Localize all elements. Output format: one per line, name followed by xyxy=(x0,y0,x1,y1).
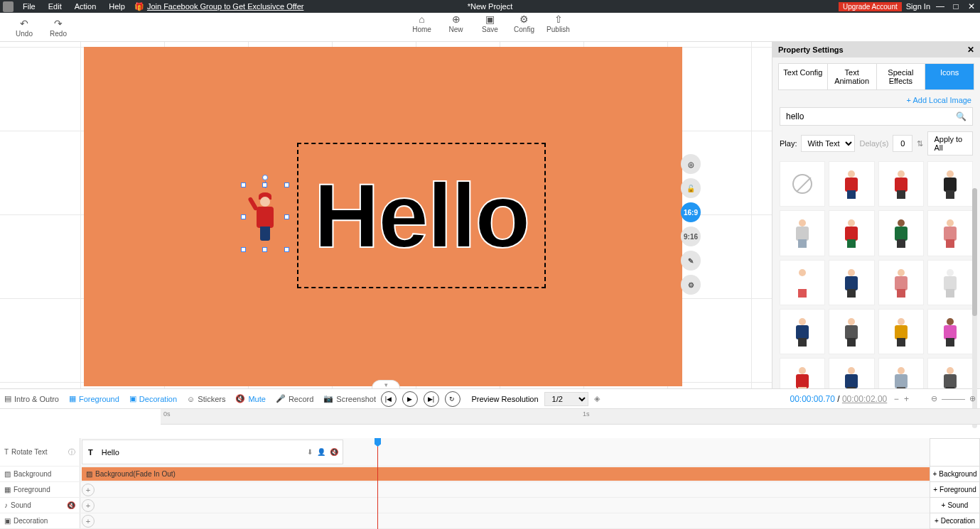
resize-handle-e[interactable] xyxy=(284,214,289,219)
icon-option-14[interactable] xyxy=(878,309,924,354)
minimize-icon[interactable]: — xyxy=(935,1,946,11)
layers-icon[interactable]: ◈ xyxy=(594,394,600,403)
decoration-button[interactable]: ▣Decoration xyxy=(129,394,177,403)
upgrade-button[interactable]: Upgrade Account xyxy=(839,2,902,11)
publish-button[interactable]: ⇧Publish xyxy=(542,13,576,33)
icon-option-12[interactable] xyxy=(780,309,825,354)
fb-offer-link[interactable]: Join Facebook Group to Get Exclusivce Of… xyxy=(147,2,304,11)
icon-option-6[interactable] xyxy=(878,210,924,256)
delay-input[interactable] xyxy=(893,135,912,152)
settings-tool[interactable]: ⚙ xyxy=(681,275,701,295)
menu-help[interactable]: Help xyxy=(102,2,131,11)
resize-handle-ne[interactable] xyxy=(284,182,289,187)
ratio-16-9-button[interactable]: 16:9 xyxy=(681,202,701,222)
skip-start-button[interactable]: |◀ xyxy=(380,391,396,407)
tab-icons[interactable]: Icons xyxy=(925,64,974,89)
edit-tool[interactable]: ✎ xyxy=(681,251,701,271)
icon-option-10[interactable] xyxy=(878,260,924,305)
sound-mute-icon[interactable]: 🔇 xyxy=(67,501,75,509)
icon-option-13[interactable] xyxy=(829,309,874,354)
track-lane-background[interactable]: ▨Background(Fade In Out) xyxy=(80,467,980,481)
icon-option-9[interactable] xyxy=(829,260,874,305)
tab-text-animation[interactable]: Text Animation xyxy=(828,64,877,89)
icon-option-4[interactable] xyxy=(780,210,825,256)
zoom-in-icon[interactable]: ⊕ xyxy=(969,394,976,403)
menu-edit[interactable]: Edit xyxy=(42,2,68,11)
delay-stepper[interactable]: ⇅ xyxy=(917,139,923,148)
icon-option-5[interactable] xyxy=(829,210,874,256)
preview-res-select[interactable]: 1/2 xyxy=(544,392,588,406)
add-decoration-track[interactable]: + Decoration xyxy=(930,513,980,529)
mute-button[interactable]: 🔇Mute xyxy=(235,394,265,403)
loop-button[interactable]: ↻ xyxy=(444,391,460,407)
new-button[interactable]: ⊕New xyxy=(439,13,473,33)
target-tool[interactable]: ◎ xyxy=(681,154,701,174)
intro-outro-button[interactable]: ▤Intro & Outro xyxy=(4,394,59,403)
canvas-stage[interactable]: Hello xyxy=(84,47,682,386)
menu-action[interactable]: Action xyxy=(68,2,103,11)
time-plus[interactable]: + xyxy=(904,394,909,404)
track-lane-text[interactable]: T Hello ⬇👤🔇 xyxy=(80,438,980,466)
clip-download-icon[interactable]: ⬇ xyxy=(307,448,313,456)
zoom-out-icon[interactable]: ⊖ xyxy=(931,394,937,403)
icon-option-8[interactable] xyxy=(780,260,825,305)
info-icon[interactable]: ⓘ xyxy=(68,447,75,457)
tab-special-effects[interactable]: Special Effects xyxy=(877,64,926,89)
record-button[interactable]: 🎤Record xyxy=(276,394,313,403)
time-minus[interactable]: − xyxy=(894,394,899,404)
add-sound-clip[interactable]: + xyxy=(82,499,95,512)
icon-option-0[interactable] xyxy=(780,161,825,207)
track-lane-decoration[interactable]: + xyxy=(80,513,980,528)
zoom-slider[interactable]: ——— xyxy=(942,394,965,403)
collapse-tab[interactable]: ▾ xyxy=(372,380,400,388)
icon-option-3[interactable] xyxy=(927,161,973,207)
rotate-handle[interactable] xyxy=(262,175,268,180)
resize-handle-n[interactable] xyxy=(262,182,267,187)
add-deco-clip[interactable]: + xyxy=(82,515,95,528)
resize-handle-w[interactable] xyxy=(241,214,246,219)
playhead[interactable] xyxy=(377,438,378,529)
resize-handle-s[interactable] xyxy=(262,247,267,252)
redo-button[interactable]: ↷Redo xyxy=(41,13,75,41)
property-close-icon[interactable]: ✕ xyxy=(967,45,974,55)
timeline-ruler[interactable]: 0s 1s xyxy=(161,409,980,425)
clip-background[interactable]: ▨Background(Fade In Out) xyxy=(82,467,979,481)
save-button[interactable]: ▣Save xyxy=(473,13,507,33)
maximize-icon[interactable]: □ xyxy=(950,1,962,11)
scrollbar-thumb[interactable] xyxy=(972,188,977,316)
icon-option-18[interactable] xyxy=(878,358,924,388)
resize-handle-nw[interactable] xyxy=(241,182,246,187)
stickers-button[interactable]: ☺Stickers xyxy=(187,394,225,403)
selected-icon-element[interactable] xyxy=(244,185,286,249)
icon-option-7[interactable] xyxy=(927,210,973,256)
icon-option-1[interactable] xyxy=(829,161,874,207)
foreground-button[interactable]: ▦Foreground xyxy=(69,394,119,403)
time-total-link[interactable]: 00:00:02.00 xyxy=(842,394,887,404)
icon-option-2[interactable] xyxy=(878,161,924,207)
clip-hello[interactable]: T Hello ⬇👤🔇 xyxy=(82,440,343,464)
track-lane-foreground[interactable]: + xyxy=(80,482,980,497)
text-hello-element[interactable]: Hello xyxy=(297,143,546,288)
play-mode-select[interactable]: With Text xyxy=(801,135,855,152)
add-local-image-button[interactable]: + Add Local Image xyxy=(772,96,980,107)
menu-file[interactable]: File xyxy=(16,2,42,11)
lock-tool[interactable]: 🔓 xyxy=(681,178,701,198)
icon-search-input[interactable] xyxy=(786,111,956,121)
undo-button[interactable]: ↶Undo xyxy=(7,13,41,41)
icon-option-15[interactable] xyxy=(927,309,973,354)
signin-button[interactable]: Sign In xyxy=(906,2,930,11)
canvas-area[interactable]: Hello ◎ 🔓 16:9 9:16 ✎ xyxy=(0,42,772,388)
search-icon[interactable]: 🔍 xyxy=(956,111,966,121)
apply-to-all-button[interactable]: Apply to All xyxy=(927,131,973,156)
add-fg-clip[interactable]: + xyxy=(82,484,95,496)
add-sound-track[interactable]: + Sound xyxy=(930,498,980,513)
resize-handle-se[interactable] xyxy=(284,247,289,252)
track-lane-sound[interactable]: + xyxy=(80,498,980,513)
resize-handle-sw[interactable] xyxy=(241,247,246,252)
close-icon[interactable]: ✕ xyxy=(966,1,977,11)
screenshot-button[interactable]: 📷Screenshot xyxy=(323,394,376,403)
add-background-track[interactable]: + Background xyxy=(930,467,980,482)
home-button[interactable]: ⌂Home xyxy=(405,13,439,33)
icon-option-17[interactable] xyxy=(829,358,874,388)
clip-user-icon[interactable]: 👤 xyxy=(317,448,325,456)
